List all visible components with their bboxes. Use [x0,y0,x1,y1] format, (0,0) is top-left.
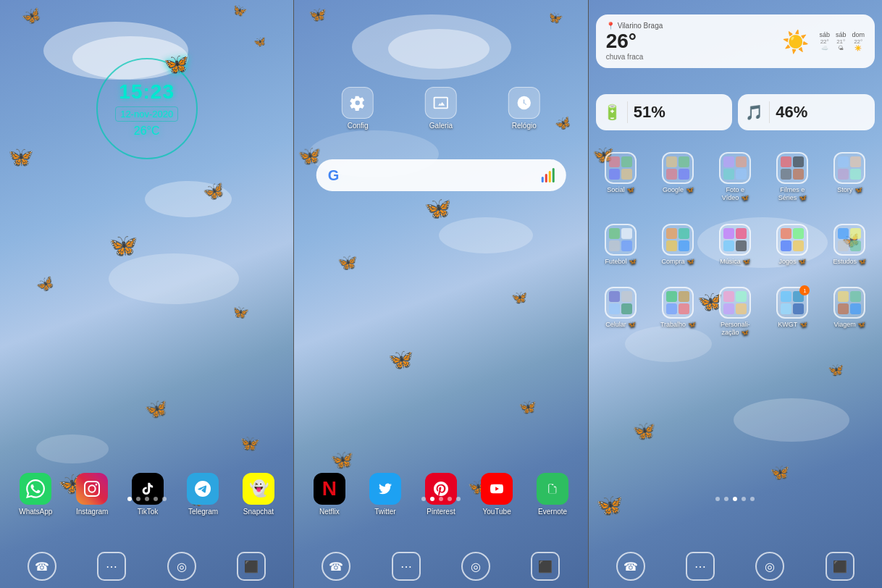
google-label: Google 🦋 [663,186,694,194]
app-galeria[interactable]: Galeria [425,87,457,130]
folder-viagem[interactable]: Viagem 🦋 [828,287,871,337]
whatsapp-icon[interactable] [20,473,51,505]
messages-nav-icon[interactable]: ⋯ [97,552,126,581]
bottom-nav-3: ☎ ⋯ ◎ ⬛ [589,552,882,581]
social-label: Social 🦋 [607,186,634,194]
screen-2: 🦋 🦋 🦋 🦋 🦋 🦋 🦋 🦋 🦋 🦋 🦋 Config Galeria Rel… [294,0,588,588]
messages-nav-icon[interactable]: ⋯ [686,552,715,581]
folder-trabalho[interactable]: Trabalho 🦋 [656,287,700,337]
musica-folder-icon[interactable] [719,224,751,256]
clock-time: 15:23 [119,80,175,104]
instagram-label: Instagram [76,508,108,516]
folder-futebol[interactable]: Futebol 🦋 [599,224,642,266]
butterfly-decor: 🦋 [388,348,413,371]
viagem-folder-icon[interactable] [833,287,865,319]
app-snapchat[interactable]: 👻 Snapchat [243,473,274,516]
dot-2 [724,497,728,501]
folder-story[interactable]: Story 🦋 [828,152,871,202]
trabalho-folder-icon[interactable] [662,287,694,319]
google-folder-icon[interactable] [662,152,694,184]
netflix-label: Netflix [319,508,340,516]
app-config[interactable]: Config [342,87,374,130]
twitter-icon[interactable] [369,473,401,505]
clock-date: 12-nov-2020 [115,106,178,122]
divider [627,101,628,123]
folder-estudos[interactable]: Estudos 🦋 [828,224,871,266]
page-dots-3 [715,497,755,501]
butterfly-decor: 🦋 [828,362,844,378]
app-netflix[interactable]: N Netflix [314,473,345,516]
dial-nav-icon[interactable]: ◎ [461,552,490,581]
phone-nav-icon[interactable]: ☎ [322,552,350,581]
phone-nav-icon[interactable]: ☎ [616,552,645,581]
jogos-label: Jogos 🦋 [779,258,807,266]
battery-phone-pct: 51% [634,103,665,122]
whatsapp-label: WhatsApp [19,508,52,516]
phone-nav-icon[interactable]: ☎ [28,552,56,581]
jogos-folder-icon[interactable] [776,224,808,256]
google-g-icon: G [328,167,340,184]
folder-compra[interactable]: Compra 🦋 [656,224,700,266]
google-bars-icon [541,168,554,182]
folder-foto[interactable]: Foto eVídeo 🦋 [713,152,757,202]
dot-5 [162,497,167,501]
folder-grid: Social 🦋 Google 🦋 Foto eVídeo [592,152,878,358]
camera-nav-icon[interactable]: ⬛ [531,552,560,581]
compra-folder-icon[interactable] [662,224,694,256]
clock-butterfly: 🦋 [164,52,189,76]
social-folder-icon[interactable] [605,152,637,184]
music-icon: 🎵 [745,104,763,121]
page-dots-1 [127,497,167,501]
celular-folder-icon[interactable] [605,287,637,319]
instagram-icon[interactable] [76,473,108,505]
app-whatsapp[interactable]: WhatsApp [19,473,52,516]
telegram-icon[interactable] [187,473,219,505]
camera-nav-icon[interactable]: ⬛ [826,552,854,581]
youtube-icon[interactable] [481,473,513,505]
app-youtube[interactable]: YouTube [481,473,513,516]
config-icon[interactable] [342,87,374,119]
app-instagram[interactable]: Instagram [76,473,108,516]
dot-3 [145,497,149,501]
app-evernote[interactable]: Evernote [537,473,568,516]
folder-google[interactable]: Google 🦋 [656,152,700,202]
story-folder-icon[interactable] [833,152,865,184]
dial-nav-icon[interactable]: ◎ [755,552,784,581]
app-twitter[interactable]: Twitter [369,473,401,516]
app-telegram[interactable]: Telegram [187,473,219,516]
google-search-bar[interactable]: G [316,159,566,191]
netflix-icon[interactable]: N [314,473,345,505]
app-relogio[interactable]: Relógio [508,87,540,130]
folder-jogos[interactable]: Jogos 🦋 [770,224,814,266]
filmes-folder-icon[interactable] [776,152,808,184]
galeria-icon[interactable] [425,87,457,119]
kwgt-folder-icon[interactable]: 1 [776,287,808,319]
folder-filmes[interactable]: Filmes eSéries 🦋 [770,152,814,202]
evernote-icon[interactable] [537,473,568,505]
tiktok-label: TikTok [138,508,159,516]
foto-folder-icon[interactable] [719,152,751,184]
weather-temp: 26° [606,30,663,53]
dot-4 [742,497,746,501]
dial-nav-icon[interactable]: ◎ [167,552,196,581]
folder-musica[interactable]: Música 🦋 [713,224,757,266]
top-icons-row: Config Galeria Relógio [316,87,566,130]
folder-celular[interactable]: Celular 🦋 [599,287,642,337]
folder-social[interactable]: Social 🦋 [599,152,642,202]
butterfly-decor: 🦋 [330,449,353,471]
folder-personalizacao[interactable]: Personali-zação 🦋 [713,287,757,337]
folder-kwgt[interactable]: 1 KWGT 🦋 [770,287,814,337]
app-tiktok[interactable]: TikTok [132,473,164,516]
clock-widget: 🦋 15:23 12-nov-2020 26°C [96,58,198,159]
app-pinterest[interactable]: Pinterest [425,473,457,516]
camera-nav-icon[interactable]: ⬛ [237,552,266,581]
personalizacao-folder-icon[interactable] [719,287,751,319]
messages-nav-icon[interactable]: ⋯ [392,552,421,581]
futebol-folder-icon[interactable] [605,224,637,256]
battery-icon: 🔋 [603,104,621,121]
snapchat-icon[interactable]: 👻 [243,473,274,505]
estudos-folder-icon[interactable] [833,224,865,256]
relogio-icon[interactable] [508,87,540,119]
battery-music-pct: 46% [776,103,807,122]
folder-row-2: Futebol 🦋 Compra 🦋 Música 🦋 [592,224,878,266]
